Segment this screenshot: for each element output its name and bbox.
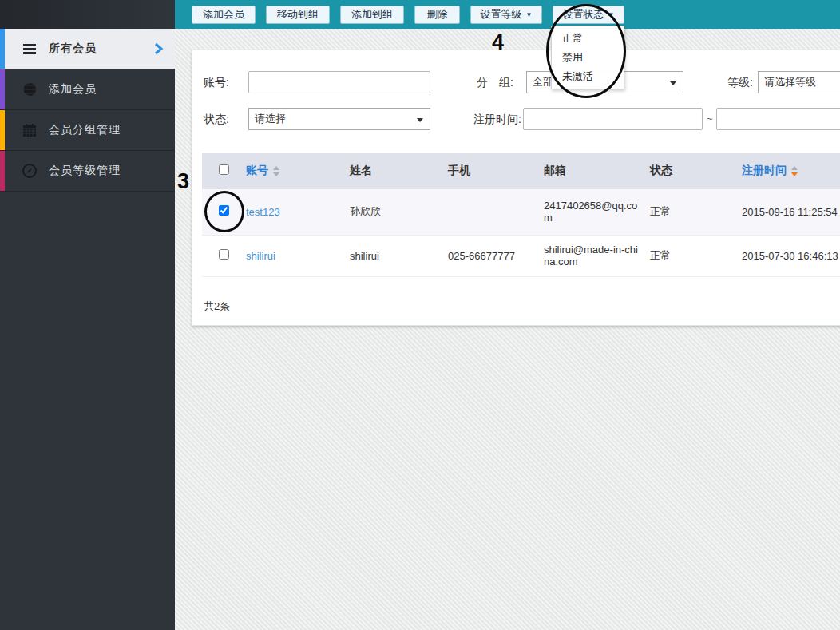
sidebar-item-label: 所有会员: [49, 42, 97, 56]
select-caret-icon: [417, 118, 423, 122]
calendar-icon: [22, 122, 38, 138]
table-row: shilirui shilirui 025-66677777 shilirui@…: [202, 235, 840, 276]
header-label: 邮箱: [544, 164, 566, 176]
row-checkbox[interactable]: [219, 249, 229, 260]
add-member-button[interactable]: 添加会员: [192, 6, 256, 24]
header-email: 邮箱: [544, 153, 650, 189]
accent-strip: [0, 110, 5, 150]
account-link[interactable]: test123: [246, 206, 280, 218]
sidebar-item-label: 添加会员: [49, 82, 97, 97]
total-count: 共2条: [204, 299, 230, 314]
caret-down-icon: ▼: [608, 11, 615, 18]
button-label: 移动到组: [277, 7, 319, 22]
cell-regtime: 2015-07-30 16:46:13: [742, 235, 840, 276]
sidebar-item-label: 会员等级管理: [49, 164, 121, 178]
button-label: 设置状态: [563, 7, 604, 22]
caret-down-icon: ▼: [526, 11, 533, 18]
dropdown-item-normal[interactable]: 正常: [552, 29, 624, 48]
header-name: 姓名: [350, 153, 448, 189]
cell-name: shilirui: [350, 235, 448, 276]
header-regtime[interactable]: 注册时间: [742, 153, 840, 189]
accent-strip: [0, 69, 5, 109]
regtime-from-input[interactable]: [523, 108, 703, 130]
globe-icon: [22, 81, 38, 97]
cell-status: 正常: [650, 189, 742, 235]
select-all-checkbox[interactable]: [219, 164, 229, 175]
group-label: 分 组:: [467, 71, 513, 93]
sidebar: 所有会员 添加会员 会员分组管理 会员等级管理: [0, 0, 175, 630]
compass-icon: [22, 163, 38, 179]
table-header-row: 账号 姓名 手机 邮箱 状态 注册时间: [202, 153, 840, 189]
button-label: 删除: [427, 7, 448, 22]
members-table: 账号 姓名 手机 邮箱 状态 注册时间 test123 孙欣欣 24174026…: [202, 153, 840, 277]
dropdown-item-disabled[interactable]: 禁用: [552, 48, 624, 67]
member-list-panel: 账号: 分 组: 全部 等级: 请选择等级 状态: 请选择 注册时间: ~ 账号…: [192, 50, 840, 326]
chevron-right-icon: [153, 42, 164, 55]
level-select[interactable]: 请选择等级: [758, 71, 840, 93]
set-status-button[interactable]: 设置状态▼: [553, 6, 624, 24]
button-label: 添加会员: [203, 7, 244, 22]
annotation-step-4: 4: [492, 30, 504, 55]
header-account[interactable]: 账号: [246, 153, 350, 189]
cell-email: 2417402658@qq.com: [544, 189, 650, 235]
cell-mobile: [448, 189, 544, 235]
header-label: 状态: [650, 164, 672, 176]
set-level-button[interactable]: 设置等级▼: [470, 6, 542, 24]
header-mobile: 手机: [448, 153, 544, 189]
account-link[interactable]: shilirui: [246, 250, 275, 262]
account-label: 账号:: [197, 71, 229, 93]
status-label: 状态:: [197, 108, 229, 130]
cell-regtime: 2015-09-16 11:25:54: [742, 189, 840, 235]
set-status-dropdown-menu: 正常 禁用 未激活: [551, 26, 624, 89]
regtime-to-input[interactable]: [716, 108, 840, 130]
sort-icon[interactable]: [273, 166, 279, 176]
select-caret-icon: [670, 81, 676, 85]
sidebar-item-group-management[interactable]: 会员分组管理: [0, 110, 175, 151]
accent-strip: [0, 151, 5, 191]
sidebar-header: [0, 0, 175, 29]
sidebar-item-level-management[interactable]: 会员等级管理: [0, 151, 175, 192]
header-status: 状态: [650, 153, 742, 189]
add-to-group-button[interactable]: 添加到组: [340, 6, 404, 24]
header-label: 姓名: [350, 164, 372, 176]
sidebar-item-label: 会员分组管理: [49, 123, 121, 137]
accent-strip: [0, 29, 5, 69]
header-label: 注册时间: [742, 164, 787, 176]
sidebar-item-add-member[interactable]: 添加会员: [0, 69, 175, 110]
status-select[interactable]: 请选择: [248, 108, 430, 130]
cell-email: shilirui@made-in-china.com: [544, 235, 650, 276]
level-label: 等级:: [719, 71, 753, 93]
move-to-group-button[interactable]: 移动到组: [266, 6, 330, 24]
button-label: 添加到组: [351, 7, 393, 22]
status-select-value: 请选择: [255, 113, 286, 125]
menu-icon: [22, 41, 38, 57]
cell-name: 孙欣欣: [350, 189, 448, 235]
level-select-value: 请选择等级: [764, 76, 816, 88]
tilde-separator: ~: [707, 108, 713, 130]
account-input[interactable]: [248, 71, 430, 93]
row-checkbox[interactable]: [219, 205, 229, 216]
toolbar: 添加会员 移动到组 添加到组 删除 设置等级▼ 设置状态▼: [175, 0, 840, 29]
button-label: 设置等级: [481, 7, 522, 22]
sort-icon-active[interactable]: [791, 166, 798, 176]
dropdown-item-inactive[interactable]: 未激活: [552, 67, 624, 86]
table-row: test123 孙欣欣 2417402658@qq.com 正常 2015-09…: [202, 189, 840, 235]
cell-status: 正常: [650, 235, 742, 276]
delete-button[interactable]: 删除: [414, 6, 460, 24]
header-label: 账号: [246, 164, 268, 176]
header-label: 手机: [448, 164, 470, 176]
annotation-step-3: 3: [177, 169, 189, 194]
sidebar-item-all-members[interactable]: 所有会员: [0, 29, 175, 69]
regtime-label: 注册时间:: [461, 108, 521, 130]
cell-mobile: 025-66677777: [448, 235, 544, 276]
